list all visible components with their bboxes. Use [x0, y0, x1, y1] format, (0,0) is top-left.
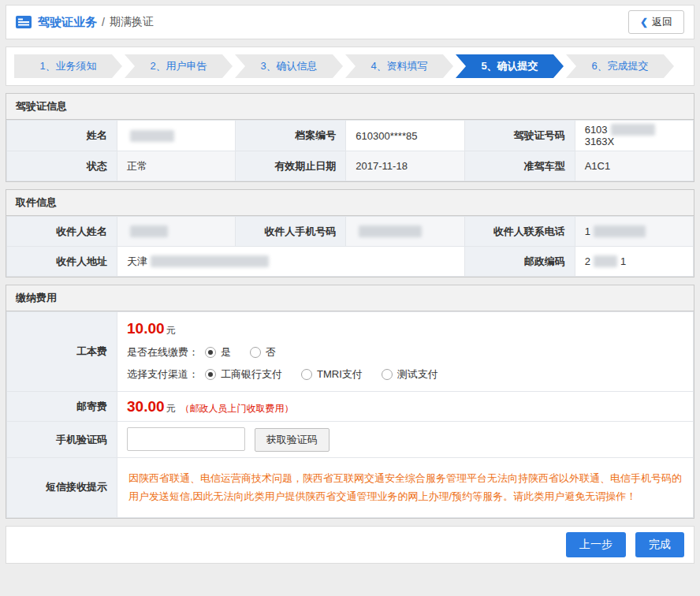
- sms-code-input[interactable]: [127, 427, 245, 451]
- postal-code-prefix: 2: [585, 255, 590, 267]
- table-row: 收件人姓名 收件人手机号码 收件人联系电话 1: [7, 217, 694, 247]
- step-label: 4、资料填写: [370, 60, 427, 72]
- radio-label: TMRI支付: [317, 367, 363, 382]
- radio-selected-icon: [205, 369, 216, 380]
- online-pay-question: 是否在线缴费：: [127, 345, 199, 359]
- step-label: 2、用户申告: [150, 60, 207, 72]
- radio-channel-tmri[interactable]: TMRI支付: [301, 367, 363, 382]
- radio-channel-icbc[interactable]: 工商银行支付: [205, 367, 282, 382]
- breadcrumb-current: 期满换证: [110, 15, 154, 29]
- redacted-postal-code: [594, 255, 617, 267]
- postage-fee-label: 邮寄费: [7, 392, 117, 422]
- section-title-fees: 缴纳费用: [6, 285, 694, 311]
- file-number-label: 档案编号: [236, 121, 346, 151]
- recipient-phone-value: 1: [575, 217, 693, 247]
- sms-notice-label: 短信接收提示: [7, 458, 117, 518]
- redacted-name: [130, 130, 174, 142]
- top-header-bar: 驾驶证业务 / 期满换证 ❮ 返回: [6, 5, 694, 39]
- pay-channel-row: 选择支付渠道： 工商银行支付 TMRI支付 测试支付: [127, 367, 683, 382]
- table-row: 状态 正常 有效期止日期 2017-11-18 准驾车型 A1C1: [7, 151, 694, 181]
- sms-code-value: 获取验证码: [117, 422, 694, 458]
- get-sms-code-button[interactable]: 获取验证码: [255, 428, 330, 452]
- postage-fee-amount: 30.00: [127, 398, 165, 415]
- recipient-address-label: 收件人地址: [7, 247, 117, 277]
- back-button[interactable]: ❮ 返回: [628, 10, 684, 34]
- redacted-recipient-mobile: [359, 225, 422, 237]
- online-pay-row: 是否在线缴费： 是 否: [127, 345, 683, 359]
- recipient-mobile-value: [346, 217, 464, 247]
- radio-label: 工商银行支付: [221, 367, 282, 382]
- postal-code-suffix: 1: [620, 255, 626, 267]
- work-fee-value: 10.00元 是否在线缴费： 是 否 选择支: [117, 312, 694, 392]
- license-number-label: 驾驶证号码: [464, 121, 575, 151]
- step-6-complete-submit[interactable]: 6、完成提交: [566, 54, 674, 78]
- finish-button[interactable]: 完成: [635, 532, 684, 557]
- recipient-mobile-label: 收件人手机号码: [236, 217, 346, 247]
- license-number-prefix: 6103: [585, 124, 608, 136]
- work-fee-amount-line: 10.00元: [127, 320, 683, 337]
- breadcrumb-separator: /: [102, 16, 105, 28]
- step-label: 3、确认信息: [260, 60, 317, 72]
- step-5-confirm-submit[interactable]: 5、确认提交: [456, 54, 564, 78]
- recipient-address-value: 天津: [117, 247, 465, 277]
- table-row: 姓名 档案编号 610300****85 驾驶证号码 61033163X: [7, 121, 694, 151]
- vehicle-class-value: A1C1: [575, 151, 693, 181]
- radio-channel-test[interactable]: 测试支付: [382, 367, 438, 382]
- vehicle-class-label: 准驾车型: [464, 151, 575, 181]
- pickup-info-table: 收件人姓名 收件人手机号码 收件人联系电话 1 收件人地址 天津 邮政编码 21: [6, 216, 694, 277]
- radio-unselected-icon: [301, 369, 312, 380]
- recipient-phone-label: 收件人联系电话: [464, 217, 575, 247]
- status-value: 正常: [117, 151, 236, 181]
- radio-selected-icon: [205, 347, 216, 358]
- table-row: 收件人地址 天津 邮政编码 21: [7, 247, 694, 277]
- redacted-recipient-name: [130, 225, 168, 237]
- step-2-user-declaration[interactable]: 2、用户申告: [125, 54, 233, 78]
- postal-code-label: 邮政编码: [464, 247, 575, 277]
- postal-code-value: 21: [575, 247, 693, 277]
- step-4-fill-data[interactable]: 4、资料填写: [345, 54, 453, 78]
- step-3-confirm-info[interactable]: 3、确认信息: [235, 54, 343, 78]
- recipient-name-label: 收件人姓名: [7, 217, 117, 247]
- page: 驾驶证业务 / 期满换证 ❮ 返回 1、业务须知 2、用户申告 3、确认信息 4…: [0, 0, 700, 576]
- back-button-label: 返回: [652, 15, 672, 29]
- radio-label: 测试支付: [397, 367, 438, 382]
- redacted-recipient-address: [151, 255, 269, 267]
- step-1-business-notice[interactable]: 1、业务须知: [14, 54, 122, 78]
- file-number-value: 610300****85: [346, 121, 464, 151]
- recipient-address-prefix: 天津: [127, 255, 147, 267]
- footer-action-bar: 上一步 完成: [6, 526, 694, 564]
- postage-fee-unit: 元: [166, 403, 176, 414]
- step-label: 6、完成提交: [591, 60, 648, 72]
- sms-code-label: 手机验证码: [7, 422, 117, 458]
- license-number-suffix: 3163X: [585, 136, 615, 147]
- table-row: 短信接收提示 因陕西省联通、电信运营商技术问题，陕西省互联网交通安全综合服务管理…: [7, 458, 694, 518]
- license-info-table: 姓名 档案编号 610300****85 驾驶证号码 61033163X 状态 …: [6, 120, 694, 181]
- page-title: 驾驶证业务: [38, 15, 97, 30]
- expiry-date-label: 有效期止日期: [236, 151, 346, 181]
- name-value: [117, 121, 236, 151]
- recipient-name-value: [117, 217, 236, 247]
- radio-unselected-icon: [250, 347, 261, 358]
- previous-step-button[interactable]: 上一步: [566, 532, 626, 557]
- sms-notice-text: 因陕西省联通、电信运营商技术问题，陕西省互联网交通安全综合服务管理平台无法向持陕…: [128, 466, 682, 509]
- radio-unselected-icon: [382, 369, 393, 380]
- section-pickup-info: 取件信息 收件人姓名 收件人手机号码 收件人联系电话 1 收件人地址 天津 邮政…: [6, 189, 694, 278]
- recipient-phone-prefix: 1: [585, 225, 590, 237]
- chevron-left-icon: ❮: [640, 17, 648, 28]
- radio-label: 否: [266, 345, 276, 359]
- radio-online-pay-yes[interactable]: 是: [205, 345, 231, 359]
- step-label: 1、业务须知: [39, 60, 96, 72]
- table-row: 工本费 10.00元 是否在线缴费： 是 否: [7, 312, 694, 392]
- sms-notice-value: 因陕西省联通、电信运营商技术问题，陕西省互联网交通安全综合服务管理平台无法向持陕…: [117, 458, 694, 518]
- postage-fee-value: 30.00元（邮政人员上门收取费用）: [117, 392, 694, 422]
- postage-fee-note: （邮政人员上门收取费用）: [181, 403, 294, 414]
- work-fee-amount: 10.00: [127, 320, 165, 337]
- work-fee-unit: 元: [166, 325, 176, 336]
- section-fees: 缴纳费用 工本费 10.00元 是否在线缴费： 是: [6, 285, 694, 519]
- fees-table: 工本费 10.00元 是否在线缴费： 是 否: [6, 311, 694, 518]
- radio-online-pay-no[interactable]: 否: [250, 345, 276, 359]
- table-row: 邮寄费 30.00元（邮政人员上门收取费用）: [7, 392, 694, 422]
- license-number-value: 61033163X: [575, 121, 693, 151]
- step-label: 5、确认提交: [481, 60, 538, 72]
- steps-bar: 1、业务须知 2、用户申告 3、确认信息 4、资料填写 5、确认提交 6、完成提…: [6, 47, 694, 86]
